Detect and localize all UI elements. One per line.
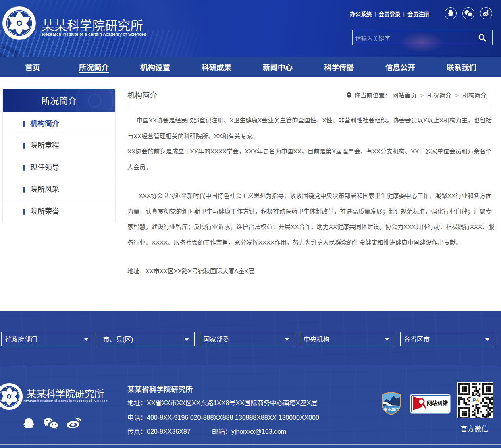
- svg-text:A: A: [475, 397, 479, 403]
- svg-text:事业单位: 事业单位: [383, 407, 399, 412]
- svg-text:网站纠错: 网站纠错: [427, 400, 448, 406]
